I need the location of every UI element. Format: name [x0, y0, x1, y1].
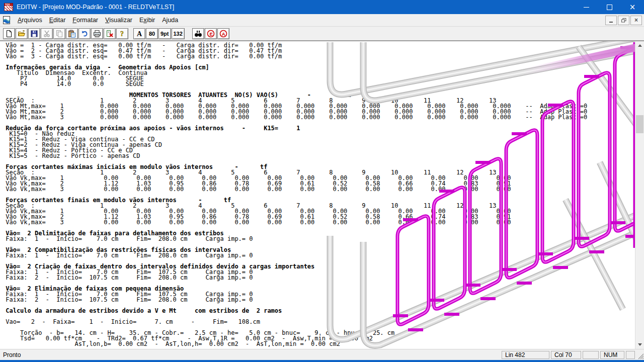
- report-line: K15=5 - Reduz - Pórtico - apenas CD: [2, 153, 635, 159]
- open-folder-icon: [18, 30, 26, 38]
- title-bar: TQS EDITW - [Projeto MOD-Padrão - 0001 -…: [0, 0, 644, 14]
- menu-exibir[interactable]: Exibir: [136, 15, 158, 25]
- report-line: Vao= 2 - Faixa= 1 - Inicio= 7. cm - Fim=…: [2, 319, 635, 325]
- report-line: P4 14.0 0.0 SEGUE: [2, 81, 635, 87]
- printer-icon: [93, 30, 101, 38]
- minimize-button[interactable]: [575, 0, 598, 14]
- undo-button[interactable]: [78, 28, 91, 39]
- undo-arrow-icon: [80, 30, 89, 38]
- cut-scissors-icon: [43, 30, 51, 38]
- status-ready-text: Pronto: [0, 351, 502, 358]
- columns-132-label: 132: [174, 31, 183, 37]
- mdi-minimize-button[interactable]: [605, 16, 617, 25]
- font-button[interactable]: A: [133, 28, 145, 39]
- circle-E-icon: E: [207, 30, 215, 38]
- status-empty-field-1: [583, 351, 599, 359]
- report-line: Vão Mt,max= 3 0.000 0.000 0.000 0.000 0.…: [2, 115, 635, 120]
- menu-visualizar[interactable]: Visualizar: [102, 15, 136, 25]
- menu-ajuda[interactable]: Ajuda: [158, 15, 182, 25]
- save-floppy-icon: [30, 30, 38, 38]
- report-line: Faixa: 2 - Início= 107.5 cm Fim= 208.0 c…: [2, 297, 635, 303]
- font-9pt-button[interactable]: 9pt: [158, 28, 171, 39]
- scrollbar-thumb[interactable]: [636, 115, 643, 133]
- report-line: Vão Vk,max= 3 0.00 0.00 0.00 0.00 0.00 0…: [2, 220, 635, 225]
- close-file-button[interactable]: [104, 28, 116, 39]
- mdi-window-buttons: ×: [605, 16, 642, 25]
- font-A-icon: A: [135, 30, 143, 38]
- columns-132-button[interactable]: 132: [172, 28, 185, 39]
- report-line: Faixa: 1 - Início= 7.0 cm Fim= 208.0 cm …: [2, 236, 635, 242]
- status-column-field: Col 70: [551, 351, 581, 359]
- mdi-close-icon: ×: [634, 17, 638, 23]
- scroll-down-button[interactable]: [635, 340, 644, 349]
- copy-button[interactable]: [53, 28, 65, 39]
- svg-text:A: A: [137, 30, 142, 38]
- report-line: Faixa: 1 - Início= 7.0 cm Fim= 208.0 cm …: [2, 253, 635, 258]
- report-text: Vão = 1 - Carga distr. esq= 0.00 tf/m - …: [0, 41, 635, 349]
- scroll-up-icon: [638, 44, 642, 47]
- menu-formatar[interactable]: Formatar: [69, 15, 102, 25]
- print-button[interactable]: [91, 28, 103, 39]
- errors-button[interactable]: E: [205, 28, 217, 39]
- help-icon: ?: [118, 30, 126, 38]
- scroll-down-icon: [638, 343, 642, 346]
- maximize-icon: [607, 5, 612, 10]
- app-window: TQS EDITW - [Projeto MOD-Padrão - 0001 -…: [0, 0, 644, 362]
- circle-A-icon: A: [219, 30, 227, 38]
- window-title: EDITW - [Projeto MOD-Padrão - 0001 - REL…: [17, 4, 174, 11]
- status-bar: Pronto Lin 482 Col 70 NUM: [0, 349, 644, 360]
- annotations-button[interactable]: A: [217, 28, 229, 39]
- vertical-scrollbar[interactable]: [635, 41, 644, 349]
- report-line: Vão Vk,max= 3 0.00 0.00 0.00 0.00 0.00 0…: [2, 187, 635, 192]
- report-line: Faixa: 2 - Início= 107.5 cm Fim= 208.0 c…: [2, 275, 635, 281]
- mdi-minimize-icon: [609, 22, 613, 23]
- report-line: Vão = 3 - Carga distr. esq= 0.00 tf/m - …: [2, 54, 635, 59]
- close-button[interactable]: ×: [621, 0, 644, 14]
- svg-text:?: ?: [120, 30, 124, 38]
- save-button[interactable]: [28, 28, 40, 39]
- close-icon: ×: [629, 4, 636, 11]
- binoculars-icon: [194, 30, 202, 38]
- find-button[interactable]: [192, 28, 204, 39]
- menu-items: ArquivosEditarFormatarVisualizarExibirAj…: [14, 15, 182, 25]
- mdi-restore-icon: [621, 18, 626, 23]
- resize-grip[interactable]: [636, 350, 643, 359]
- status-empty-field-2: [626, 351, 635, 359]
- font-9pt-label: 9pt: [160, 31, 169, 37]
- mdi-close-button[interactable]: ×: [630, 16, 642, 25]
- cut-button[interactable]: [41, 28, 53, 39]
- copy-pages-icon: [55, 30, 63, 38]
- svg-text:TQS: TQS: [5, 4, 10, 6]
- report-line: Redução da força cortante próxima aos ap…: [2, 126, 635, 131]
- svg-text:A: A: [222, 31, 225, 36]
- paste-button[interactable]: [66, 28, 78, 39]
- menu-editar[interactable]: Editar: [46, 15, 69, 25]
- tqs-app-icon: TQS: [4, 3, 13, 11]
- menu-arquivos[interactable]: Arquivos: [14, 15, 46, 25]
- help-button[interactable]: ?: [116, 28, 128, 39]
- maximize-button[interactable]: [598, 0, 621, 14]
- columns-80-button[interactable]: 80: [146, 28, 158, 39]
- columns-80-label: 80: [149, 31, 155, 37]
- report-line: Calculo da armadura de estribos devido a…: [2, 308, 635, 314]
- svg-text:E: E: [209, 31, 212, 36]
- mdi-restore-button[interactable]: [618, 16, 629, 25]
- scroll-up-button[interactable]: [635, 41, 644, 50]
- window-bottom-edge: [0, 360, 644, 362]
- status-line-field: Lin 482: [502, 351, 549, 359]
- open-button[interactable]: [16, 28, 28, 39]
- close-file-icon: [106, 30, 114, 38]
- editor-area[interactable]: Vão = 1 - Carga distr. esq= 0.00 tf/m - …: [0, 41, 644, 349]
- toolbar: ? A 80 9pt 132 E: [0, 27, 644, 41]
- new-document-icon: [5, 30, 13, 38]
- menu-bar: ArquivosEditarFormatarVisualizarExibirAj…: [0, 14, 644, 27]
- document-icon: [3, 16, 11, 24]
- status-num-lock-field: NUM: [600, 351, 624, 359]
- report-line: AsT,lon,b= 0.00 cm2 - AsT,lon,h= 0.00 cm…: [2, 341, 635, 347]
- new-button[interactable]: [3, 28, 15, 39]
- minimize-icon: [584, 7, 589, 8]
- paste-clipboard-icon: [68, 30, 76, 38]
